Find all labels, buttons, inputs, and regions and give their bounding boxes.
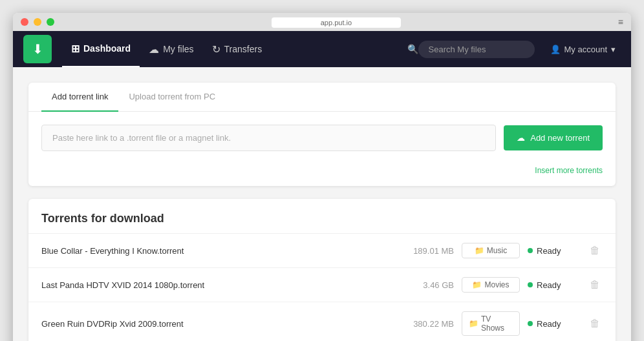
table-row: Last Panda HDTV XVID 2014 1080p.torrent … bbox=[28, 267, 616, 302]
nav-transfers[interactable]: ↻ Transfers bbox=[203, 31, 272, 67]
upload-icon: ☁ bbox=[517, 133, 525, 143]
folder-icon: 📁 bbox=[475, 246, 484, 255]
chevron-down-icon: ▾ bbox=[611, 45, 616, 54]
account-menu[interactable]: 👤 My account ▾ bbox=[545, 45, 621, 54]
torrent-link-input[interactable] bbox=[41, 125, 496, 151]
folder-icon: 📁 bbox=[469, 319, 478, 328]
table-row: Green Ruin DVDRip Xvid 2009.torrent 380.… bbox=[28, 302, 616, 341]
add-torrent-button[interactable]: ☁ Add new torrent bbox=[504, 125, 603, 150]
torrent-input-area: ☁ Add new torrent bbox=[28, 112, 616, 164]
torrents-card: Torrents for download Blue Collar - Ever… bbox=[28, 199, 616, 341]
torrent-size: 3.46 GB bbox=[396, 280, 454, 290]
nav-dashboard[interactable]: ⊞ Dashboard bbox=[62, 31, 140, 67]
logo[interactable]: ⬇ bbox=[23, 35, 52, 63]
tab-upload-pc[interactable]: Upload torrent from PC bbox=[118, 83, 226, 112]
tab-add-link[interactable]: Add torrent link bbox=[41, 83, 118, 112]
url-bar: app.put.io bbox=[272, 17, 401, 28]
insert-more-link[interactable]: Insert more torrents bbox=[535, 166, 603, 175]
torrent-tag[interactable]: 📁 Music bbox=[462, 243, 520, 258]
torrent-status: Ready bbox=[528, 246, 579, 256]
add-button-label: Add new torrent bbox=[530, 133, 590, 143]
cloud-icon: ☁ bbox=[149, 43, 159, 56]
delete-button[interactable]: 🗑 bbox=[587, 245, 603, 256]
app-window: app.put.io ≡ ⬇ ⊞ Dashboard ☁ My files ↻ … bbox=[13, 13, 631, 341]
maximize-button[interactable] bbox=[47, 18, 54, 26]
url-bar-container: app.put.io bbox=[59, 16, 613, 28]
dashboard-icon: ⊞ bbox=[71, 43, 80, 55]
section-title: Torrents for download bbox=[28, 199, 616, 233]
torrent-name: Green Ruin DVDRip Xvid 2009.torrent bbox=[41, 319, 388, 329]
table-row: Blue Collar - Everything I Know.torrent … bbox=[28, 233, 616, 267]
torrent-tag[interactable]: 📁 TV Shows bbox=[462, 311, 520, 336]
add-torrent-card: Add torrent link Upload torrent from PC … bbox=[28, 83, 616, 186]
delete-button[interactable]: 🗑 bbox=[587, 279, 603, 291]
search-input[interactable] bbox=[418, 41, 535, 58]
close-button[interactable] bbox=[21, 18, 28, 26]
tabs: Add torrent link Upload torrent from PC bbox=[28, 83, 616, 112]
nav-my-files[interactable]: ☁ My files bbox=[140, 31, 202, 67]
status-dot bbox=[528, 282, 533, 287]
status-label: Ready bbox=[537, 280, 561, 290]
search-icon: 🔍 bbox=[407, 44, 418, 54]
torrent-name: Last Panda HDTV XVID 2014 1080p.torrent bbox=[41, 280, 388, 290]
main-content: Add torrent link Upload torrent from PC … bbox=[13, 67, 631, 341]
logo-icon: ⬇ bbox=[32, 41, 43, 57]
refresh-icon: ↻ bbox=[212, 43, 220, 56]
account-icon: 👤 bbox=[550, 45, 561, 54]
tag-label: TV Shows bbox=[481, 315, 513, 333]
torrent-list: Blue Collar - Everything I Know.torrent … bbox=[28, 233, 616, 341]
nav-my-files-label: My files bbox=[163, 44, 193, 54]
torrent-size: 380.22 MB bbox=[396, 319, 454, 329]
torrent-status: Ready bbox=[528, 280, 579, 290]
folder-icon: 📁 bbox=[472, 280, 482, 289]
nav-transfers-label: Transfers bbox=[224, 44, 263, 54]
account-label: My account bbox=[564, 45, 607, 54]
torrent-name: Blue Collar - Everything I Know.torrent bbox=[41, 246, 388, 256]
tag-label: Music bbox=[487, 246, 507, 255]
delete-button[interactable]: 🗑 bbox=[587, 318, 603, 329]
minimize-button[interactable] bbox=[34, 18, 41, 26]
nav-dashboard-label: Dashboard bbox=[83, 43, 131, 54]
insert-more-area: Insert more torrents bbox=[28, 164, 616, 186]
status-dot bbox=[528, 321, 533, 326]
torrent-status: Ready bbox=[528, 319, 579, 329]
status-label: Ready bbox=[537, 319, 561, 329]
torrent-tag[interactable]: 📁 Movies bbox=[462, 277, 520, 293]
menu-icon[interactable]: ≡ bbox=[618, 17, 623, 27]
tag-label: Movies bbox=[484, 280, 509, 289]
status-label: Ready bbox=[537, 246, 561, 256]
titlebar: app.put.io ≡ bbox=[13, 13, 631, 31]
torrent-size: 189.01 MB bbox=[396, 246, 454, 256]
navbar: ⬇ ⊞ Dashboard ☁ My files ↻ Transfers 🔍 👤… bbox=[13, 31, 631, 67]
status-dot bbox=[528, 248, 533, 253]
